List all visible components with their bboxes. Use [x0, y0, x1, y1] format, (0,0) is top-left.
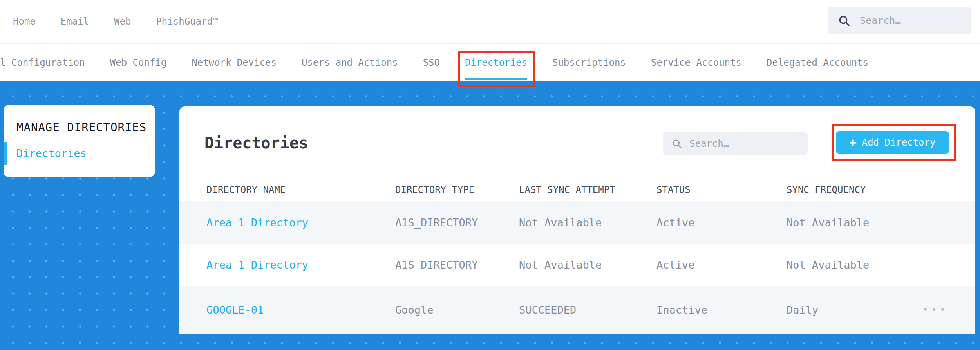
- search-icon: [671, 138, 682, 149]
- col-status: STATUS: [656, 184, 787, 195]
- table-row: GOOGLE-01 Google SUCCEEDED Inactive Dail…: [179, 286, 975, 334]
- tab-sso[interactable]: SSO: [423, 45, 440, 81]
- primary-nav: Home Email Web PhishGuard™ Search…: [0, 0, 980, 44]
- directories-panel: Directories Search… + Add Directory DIRE…: [179, 106, 975, 334]
- global-search-placeholder: Search…: [860, 15, 901, 26]
- col-sync-frequency: SYNC FREQUENCY: [787, 184, 912, 195]
- tab-web-config[interactable]: Web Config: [110, 45, 167, 81]
- directories-search-placeholder: Search…: [689, 138, 729, 149]
- nav-web[interactable]: Web: [114, 16, 131, 27]
- directory-name-link[interactable]: GOOGLE-01: [206, 304, 395, 316]
- sync-frequency: Daily: [787, 304, 912, 316]
- directory-name-link[interactable]: Area 1 Directory: [206, 259, 395, 271]
- status: Inactive: [656, 304, 787, 316]
- directories-search-input[interactable]: Search…: [663, 132, 808, 155]
- table-row: Area 1 Directory A1S_DIRECTORY Not Avail…: [179, 201, 975, 244]
- annotation-box-directories-tab: [458, 51, 535, 87]
- directory-type: A1S_DIRECTORY: [395, 259, 519, 271]
- last-sync-attempt: Not Available: [519, 259, 656, 271]
- active-item-indicator: [4, 142, 7, 165]
- status: Active: [656, 216, 787, 229]
- page-title: Directories: [204, 134, 308, 152]
- tab-service-accounts[interactable]: Service Accounts: [651, 45, 741, 81]
- last-sync-attempt: Not Available: [519, 216, 656, 229]
- tab-delegated-accounts[interactable]: Delegated Accounts: [767, 45, 868, 81]
- sidebar-item-directories[interactable]: Directories: [16, 147, 87, 159]
- global-search-input[interactable]: Search…: [828, 7, 971, 34]
- tab-email-configuration[interactable]: l Configuration: [0, 45, 85, 81]
- directories-table: DIRECTORY NAME DIRECTORY TYPE LAST SYNC …: [179, 178, 975, 334]
- directory-type: A1S_DIRECTORY: [395, 216, 519, 229]
- table-row: Area 1 Directory A1S_DIRECTORY Not Avail…: [179, 244, 975, 286]
- manage-directories-card: MANAGE DIRECTORIES Directories: [4, 105, 155, 177]
- tab-network-devices[interactable]: Network Devices: [192, 45, 277, 81]
- sync-frequency: Not Available: [787, 259, 912, 271]
- more-options-icon[interactable]: •••: [912, 304, 975, 316]
- col-last-sync-attempt: LAST SYNC ATTEMPT: [519, 184, 656, 195]
- sync-frequency: Not Available: [787, 216, 912, 229]
- nav-phishguard[interactable]: PhishGuard™: [156, 16, 218, 27]
- directory-type: Google: [395, 304, 519, 316]
- nav-email[interactable]: Email: [61, 16, 89, 27]
- table-header-row: DIRECTORY NAME DIRECTORY TYPE LAST SYNC …: [179, 178, 975, 201]
- col-directory-name: DIRECTORY NAME: [206, 184, 395, 195]
- tab-subscriptions[interactable]: Subscriptions: [552, 45, 626, 81]
- content-background: MANAGE DIRECTORIES Directories Directori…: [0, 81, 980, 350]
- last-sync-attempt: SUCCEEDED: [519, 304, 656, 316]
- search-icon: [838, 14, 850, 27]
- status: Active: [656, 259, 787, 271]
- directory-name-link[interactable]: Area 1 Directory: [206, 216, 395, 229]
- nav-home[interactable]: Home: [13, 16, 36, 27]
- col-directory-type: DIRECTORY TYPE: [395, 184, 519, 195]
- sidebar-title: MANAGE DIRECTORIES: [16, 121, 146, 134]
- tab-users-and-actions[interactable]: Users and Actions: [302, 45, 398, 81]
- annotation-box-add-directory: [832, 124, 956, 161]
